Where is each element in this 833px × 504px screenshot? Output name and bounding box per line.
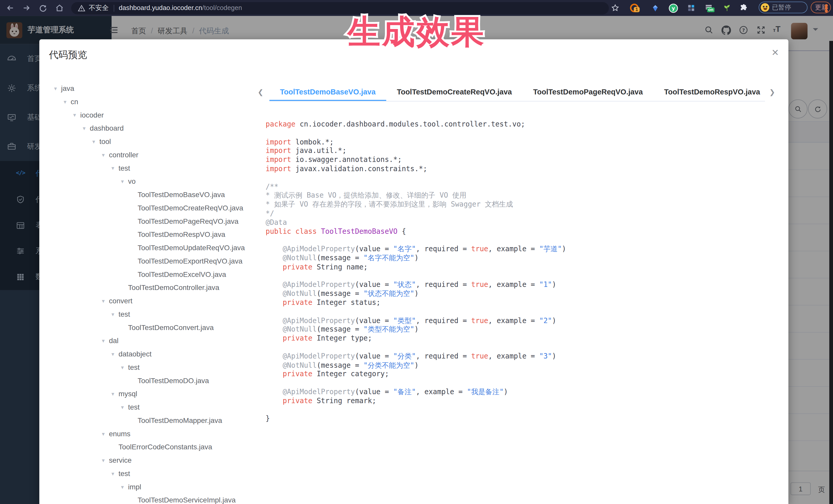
caret-down-icon[interactable]: ▼ [111,312,119,317]
tree-label: iocoder [80,111,104,119]
browser-home-icon[interactable] [55,3,64,13]
tree-file[interactable]: ▼ToolErrorCodeConstants.java [53,440,266,454]
caret-down-icon[interactable]: ▼ [111,471,119,476]
tree-file[interactable]: ▼ToolTestDemoMapper.java [53,414,266,427]
tree-folder[interactable]: ▼vo [53,175,266,188]
caret-down-icon[interactable]: ▼ [101,458,109,463]
caret-down-icon[interactable]: ▼ [91,139,99,144]
tree-label: dashboard [90,124,124,132]
paused-extension-button[interactable]: 已暂停 [759,2,807,13]
code-line: /** [266,183,776,191]
code-line: * 测试示例 Base VO，提供给添加、修改、详细的子 VO 使用 [266,191,776,200]
extension-sprout-icon[interactable] [721,3,732,13]
tab-file-2[interactable]: ToolTestDemoPageReqVO.java [523,84,653,101]
code-line [266,236,776,245]
tree-folder[interactable]: ▼dataobject [53,347,266,361]
caret-down-icon[interactable]: ▼ [82,126,90,131]
tree-label: cn [71,98,78,106]
code-line: @ApiModelProperty(value = "分类", required… [266,352,776,361]
tabs-scroll-right-icon[interactable]: ❯ [769,88,777,97]
tree-label: dal [109,337,118,345]
address-bar[interactable]: 不安全 dashboard.yudao.iocoder.cn/tool/code… [71,2,609,14]
tree-folder[interactable]: ▼dashboard [53,122,266,135]
browser-back-icon[interactable] [5,3,15,13]
tree-folder[interactable]: ▼mysql [53,387,266,401]
screen: 不安全 dashboard.yudao.iocoder.cn/tool/code… [0,0,833,504]
tree-folder[interactable]: ▼test [53,308,266,321]
tree-folder[interactable]: ▼test [53,162,266,175]
caret-down-icon[interactable]: ▼ [53,86,61,91]
caret-down-icon[interactable]: ▼ [120,365,128,370]
caret-down-icon[interactable]: ▼ [63,99,71,104]
tabs-scroll-left-icon[interactable]: ❮ [258,88,265,97]
tree-folder[interactable]: ▼cn [53,95,266,109]
code-line: package cn.iocoder.dashboard.modules.too… [266,120,776,129]
caret-down-icon[interactable]: ▼ [120,179,128,184]
tree-folder[interactable]: ▼dal [53,334,266,347]
tree-file[interactable]: ▼ToolTestDemoCreateReqVO.java [53,201,266,215]
code-line: private Integer status; [266,298,776,307]
caret-down-icon[interactable]: ▼ [111,351,119,357]
omnibox-divider [114,5,114,11]
browser-menu-icon[interactable]: ⦁⦁⦁ [825,4,828,11]
code-line [266,343,776,352]
tab-file-1[interactable]: ToolTestDemoCreateReqVO.java [386,84,523,101]
tab-file-3[interactable]: ToolTestDemoRespVO.java [653,84,765,101]
bookmark-star-icon[interactable] [610,3,620,13]
code-line: private String remark; [266,397,776,406]
tree-folder[interactable]: ▼tool [53,135,266,148]
code-line: */ [266,209,776,218]
tree-file[interactable]: ▼ToolTestDemoExportReqVO.java [53,255,266,268]
tab-file-0[interactable]: ToolTestDemoBaseVO.java [269,84,386,101]
code-line: import lombok.*; [266,138,776,147]
caret-down-icon[interactable]: ▼ [111,391,119,397]
tree-file[interactable]: ▼ToolTestDemoConvert.java [53,321,266,334]
tree-folder[interactable]: ▼iocoder [53,108,266,122]
tree-folder[interactable]: ▼convert [53,294,266,308]
extension-list-on-icon[interactable]: on [704,3,714,13]
tree-folder[interactable]: ▼controller [53,148,266,162]
tree-file[interactable]: ▼ToolTestDemoRespVO.java [53,228,266,241]
caret-down-icon[interactable]: ▼ [101,152,109,158]
tree-folder[interactable]: ▼enums [53,427,266,440]
dialog-title: 代码预览 [49,48,87,61]
tabs-row: ToolTestDemoBaseVO.java ToolTestDemoCrea… [269,84,765,101]
extension-ubuntu-icon[interactable]: 1 [629,3,640,13]
tree-folder[interactable]: ▼impl [53,480,266,494]
tree-folder[interactable]: ▼service [53,454,266,467]
caret-down-icon[interactable]: ▼ [120,484,128,489]
tree-file[interactable]: ▼ToolTestDemoBaseVO.java [53,188,266,201]
caret-down-icon[interactable]: ▼ [72,113,80,118]
caret-down-icon[interactable]: ▼ [111,166,119,171]
tree-label: test [119,470,130,478]
close-icon[interactable]: ✕ [771,47,779,58]
tree-label: dataobject [119,350,152,358]
tree-folder[interactable]: ▼java [53,82,266,95]
caret-down-icon[interactable]: ▼ [120,404,128,410]
tree-folder[interactable]: ▼test [53,361,266,374]
code-line: @ApiModelProperty(value = "状态", required… [266,281,776,290]
tree-label: vo [128,177,136,185]
caret-down-icon[interactable]: ▼ [101,298,109,304]
code-line: @ApiModelProperty(value = "备注", example … [266,388,776,397]
code-line: @NotNull(message = "名字不能为空") [266,254,776,263]
tree-folder[interactable]: ▼test [53,401,266,414]
tree-file[interactable]: ▼ToolTestDemoUpdateReqVO.java [53,241,266,255]
tree-file[interactable]: ▼ToolTestDemoDO.java [53,374,266,387]
extensions-puzzle-icon[interactable] [739,3,749,13]
tree-file[interactable]: ▼ToolTestDemoServiceImpl.java [53,494,266,504]
tree-file[interactable]: ▼ToolTestDemoController.java [53,281,266,294]
code-line: private Integer category; [266,370,776,379]
tree-label: test [128,363,140,371]
browser-reload-icon[interactable] [38,3,48,13]
browser-forward-icon[interactable] [22,3,31,13]
tree-folder[interactable]: ▼test [53,467,266,480]
extension-y-icon[interactable]: y [668,3,678,13]
extension-gem-icon[interactable] [650,3,660,13]
code-line: import io.swagger.annotations.*; [266,156,776,165]
extension-squares-icon[interactable] [686,3,696,13]
caret-down-icon[interactable]: ▼ [101,431,109,436]
tree-file[interactable]: ▼ToolTestDemoPageReqVO.java [53,215,266,228]
caret-down-icon[interactable]: ▼ [101,338,109,344]
tree-file[interactable]: ▼ToolTestDemoExcelVO.java [53,268,266,281]
